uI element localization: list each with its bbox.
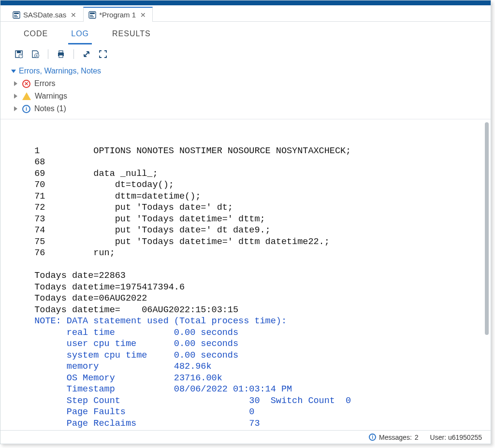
log-toolbar: $: [0, 44, 491, 63]
popout-icon[interactable]: [82, 49, 91, 59]
toolbar-separator: [73, 49, 74, 59]
tab-log[interactable]: LOG: [68, 28, 92, 44]
view-tab-strip: CODE LOG RESULTS: [0, 22, 491, 44]
status-messages[interactable]: i Messages: 2: [369, 434, 419, 441]
scrollbar-thumb[interactable]: [485, 122, 489, 335]
log-notes-label: Notes (1): [34, 104, 66, 113]
svg-rect-7: [90, 16, 94, 17]
tab-results[interactable]: RESULTS: [109, 28, 154, 44]
file-tab-label: SASDate.sas: [23, 11, 66, 19]
svg-rect-2: [14, 15, 17, 16]
svg-rect-1: [14, 13, 19, 14]
title-bar: [0, 0, 491, 5]
svg-rect-15: [59, 55, 63, 58]
close-icon[interactable]: ✕: [69, 11, 78, 19]
messages-label: Messages:: [379, 434, 412, 441]
svg-rect-3: [14, 16, 18, 17]
user-value: u61950255: [448, 434, 482, 441]
error-icon: ✕: [22, 80, 30, 88]
file-tab-label: *Program 1: [99, 11, 136, 19]
log-notes-row[interactable]: i Notes (1): [11, 102, 482, 115]
file-tab-sasdate[interactable]: SASDate.sas ✕: [7, 7, 83, 22]
info-icon: i: [22, 105, 30, 113]
svg-text:$: $: [36, 54, 38, 58]
app-window: SASDate.sas ✕ *Program 1 ✕ CODE LOG RESU…: [0, 0, 491, 444]
close-icon[interactable]: ✕: [139, 11, 147, 19]
sas-file-icon: [13, 11, 20, 19]
log-body-container: 1 OPTIONS NONOTES NOSTIMER NOSOURCE NOSY…: [0, 119, 491, 430]
info-icon: i: [369, 434, 376, 441]
log-warnings-row[interactable]: Warnings: [11, 90, 482, 102]
log-errors-label: Errors: [34, 79, 56, 88]
svg-rect-5: [90, 13, 95, 14]
svg-rect-9: [17, 51, 21, 53]
user-label: User:: [430, 434, 446, 441]
status-user: User: u61950255: [430, 434, 482, 441]
log-warnings-label: Warnings: [35, 92, 67, 101]
save-log-icon[interactable]: [14, 49, 24, 59]
log-summary-panel: Errors, Warnings, Notes ✕ Errors Warning…: [0, 63, 491, 119]
log-body-scroll[interactable]: 1 OPTIONS NONOTES NOSTIMER NOSOURCE NOSY…: [0, 119, 491, 430]
log-output: 1 OPTIONS NONOTES NOSTIMER NOSOURCE NOSY…: [24, 145, 478, 429]
chevron-down-icon: [11, 70, 16, 73]
print-icon[interactable]: [56, 49, 66, 59]
messages-count: 2: [415, 434, 419, 441]
chevron-right-icon: [14, 106, 17, 111]
log-errors-row[interactable]: ✕ Errors: [11, 77, 482, 90]
log-text-plain: 1 OPTIONS NONOTES NOSTIMER NOSOURCE NOSY…: [24, 146, 351, 315]
svg-rect-14: [59, 51, 63, 53]
chevron-right-icon: [14, 94, 17, 99]
sas-file-icon: [88, 11, 96, 19]
chevron-right-icon: [14, 81, 17, 86]
file-tab-program1[interactable]: *Program 1 ✕: [83, 7, 153, 22]
status-bar: i Messages: 2 User: u61950255: [0, 430, 491, 444]
log-text-note: NOTE: DATA statement used (Total process…: [24, 316, 351, 428]
warning-icon: [22, 92, 31, 100]
log-summary-title: Errors, Warnings, Notes: [19, 67, 101, 75]
svg-rect-6: [90, 15, 93, 16]
file-tab-strip: SASDate.sas ✕ *Program 1 ✕: [0, 5, 491, 22]
toolbar-separator: [48, 49, 48, 59]
log-summary-header[interactable]: Errors, Warnings, Notes: [11, 65, 482, 77]
tab-code[interactable]: CODE: [21, 28, 51, 44]
fullscreen-icon[interactable]: [98, 49, 108, 59]
download-log-icon[interactable]: $: [30, 49, 40, 59]
